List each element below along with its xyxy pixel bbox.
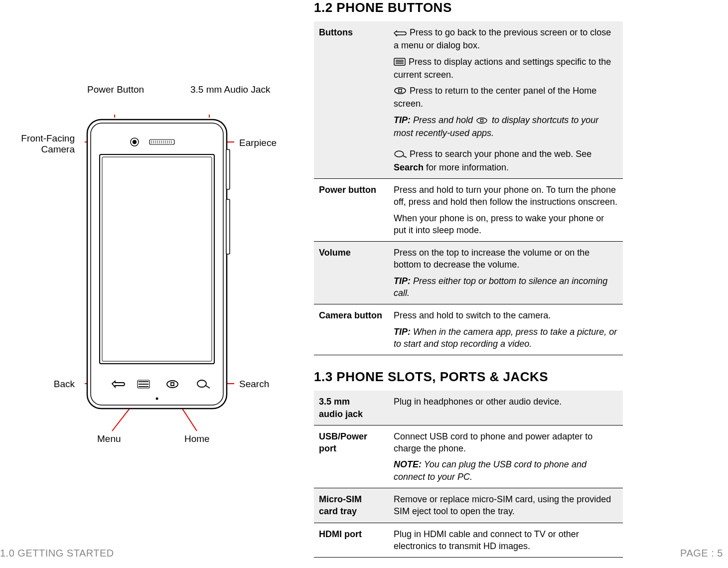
heading-1-3: 1.3 PHONE SLOTS, PORTS & JACKS (314, 369, 623, 385)
cell-buttons-key: Buttons (314, 21, 389, 178)
cell-volume-val: Press on the top to increase the volume … (389, 242, 623, 304)
search-icon (394, 149, 408, 161)
footer-page: PAGE : 5 (680, 548, 723, 559)
heading-1-2: 1.2 PHONE BUTTONS (314, 0, 623, 15)
home-icon (476, 115, 488, 127)
label-earpiece: Earpiece (239, 138, 277, 148)
phone-diagram: Power Button 3.5 mm Audio Jack Front-Fac… (0, 0, 314, 498)
cell-power-key: Power button (314, 178, 389, 241)
svg-rect-51 (481, 119, 483, 122)
svg-rect-49 (399, 89, 402, 92)
cell-camera-key: Camera button (314, 304, 389, 355)
cell-sim-val: Remove or replace micro-SIM card, using … (389, 488, 623, 523)
svg-rect-24 (149, 140, 174, 144)
svg-rect-19 (226, 199, 230, 254)
svg-point-52 (395, 151, 404, 157)
label-front-camera: Front-Facing Camera (15, 133, 75, 155)
cell-usb-key: USB/Power port (314, 425, 389, 488)
cell-audio-val: Plug in headphones or other audio device… (389, 391, 623, 425)
cell-power-val: Press and hold to turn your phone on. To… (389, 178, 623, 241)
label-front-camera-line1: Front-Facing (21, 133, 75, 143)
menu-icon (394, 57, 407, 69)
home-icon (394, 86, 408, 98)
svg-point-43 (156, 398, 158, 400)
label-home: Home (184, 433, 210, 444)
label-audio-jack: 3.5 mm Audio Jack (190, 84, 271, 95)
svg-line-53 (403, 156, 407, 157)
table-phone-buttons: Buttons Press to go back to the previous… (314, 21, 623, 355)
table-phone-slots: 3.5 mm audio jack Plug in headphones or … (314, 391, 623, 558)
footer-section: 1.0 GETTING STARTED (0, 548, 114, 559)
cell-camera-val: Press and hold to switch to the camera. … (389, 304, 623, 355)
svg-rect-21 (102, 157, 212, 361)
svg-point-23 (133, 141, 136, 143)
svg-rect-18 (226, 149, 230, 189)
label-back: Back (35, 379, 75, 390)
cell-volume-key: Volume (314, 242, 389, 304)
phone-illustration (85, 115, 234, 433)
cell-sim-key: Micro-SIM card tray (314, 488, 389, 523)
cell-audio-key: 3.5 mm audio jack (314, 391, 389, 425)
back-icon (394, 27, 408, 39)
cell-usb-val: Connect USB cord to phone and power adap… (389, 425, 623, 488)
label-power-button: Power Button (87, 84, 144, 95)
label-front-camera-line2: Camera (41, 144, 75, 154)
page-footer: 1.0 GETTING STARTED PAGE : 5 (0, 548, 728, 559)
label-search: Search (239, 379, 269, 390)
svg-point-50 (477, 118, 487, 123)
label-menu: Menu (97, 433, 121, 444)
cell-buttons-val: Press to go back to the previous screen … (389, 21, 623, 178)
svg-point-48 (395, 88, 406, 94)
